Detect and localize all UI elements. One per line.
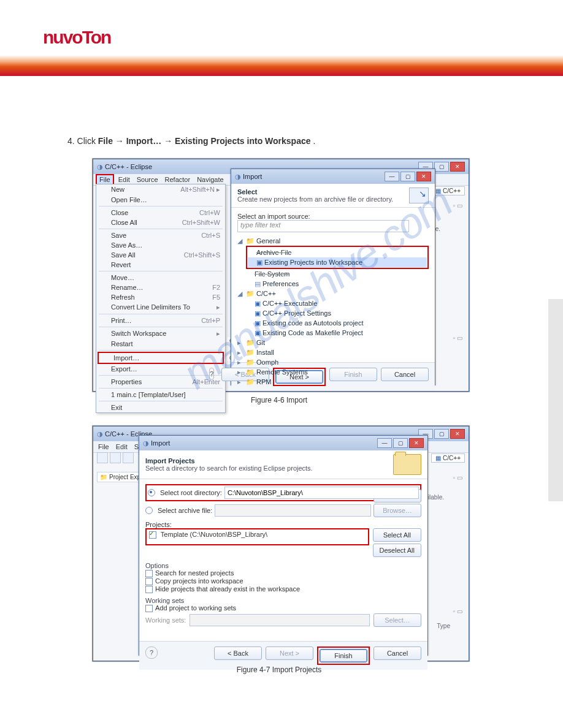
tree-item[interactable]: ▸📁 Remote Systems bbox=[237, 367, 429, 377]
saveall-icon[interactable] bbox=[123, 452, 134, 463]
tree-existing-projects[interactable]: Existing Projects into Workspace bbox=[264, 259, 362, 266]
tree-cpp[interactable]: C/C++ bbox=[256, 290, 276, 297]
maximize-button[interactable]: ▢ bbox=[393, 438, 408, 448]
tree-general[interactable]: General bbox=[256, 237, 280, 245]
file-menu-item[interactable]: Close AllCtrl+Shift+W bbox=[96, 218, 225, 227]
ws-add-checkbox[interactable] bbox=[145, 605, 153, 612]
menu-refactor[interactable]: Refactor bbox=[163, 175, 193, 184]
eclipse-icon: ◑ bbox=[97, 163, 103, 170]
new-icon[interactable] bbox=[97, 452, 108, 463]
import-source-tree[interactable]: ◢📁 General Archive File ▣ Existing Proje… bbox=[237, 236, 429, 387]
right-type: Type bbox=[437, 623, 450, 629]
file-menu-item[interactable]: Import… bbox=[99, 353, 223, 363]
tree-item[interactable]: ▣ C/C++ Project Settings bbox=[246, 308, 429, 318]
file-menu-item[interactable]: Open File… bbox=[96, 195, 225, 205]
tree-item[interactable]: ▣ C/C++ Executable bbox=[246, 298, 429, 308]
file-menu-item[interactable]: Switch Workspace▸ bbox=[96, 328, 225, 339]
file-menu-item[interactable]: Save AllCtrl+Shift+S bbox=[96, 250, 225, 260]
file-menu-item[interactable]: PropertiesAlt+Enter bbox=[96, 377, 225, 387]
perspective-icon: ▦ bbox=[435, 455, 441, 461]
project-item[interactable]: Template (C:\Nuvoton\BSP_Library\ bbox=[161, 531, 267, 538]
tree-item[interactable]: ▸📁 Git bbox=[237, 338, 429, 347]
opt3-checkbox[interactable] bbox=[145, 586, 153, 593]
perspective-switcher-2[interactable]: ▦ C/C++ bbox=[431, 453, 465, 463]
tree-item[interactable]: ▸📁 Install bbox=[237, 347, 429, 357]
close-button[interactable]: ✕ bbox=[450, 162, 465, 172]
view-icons-r[interactable]: ▫ ▭ bbox=[453, 474, 462, 481]
perspective-label: C/C++ bbox=[443, 188, 461, 194]
t: File bbox=[98, 136, 113, 146]
t: 4. Click bbox=[67, 136, 98, 146]
deselect-all-button[interactable]: Deselect All bbox=[373, 544, 421, 557]
expand-icon[interactable]: ◢ bbox=[237, 236, 242, 246]
file-menu-item[interactable]: Convert Line Delimiters To▸ bbox=[96, 302, 225, 313]
help-button[interactable]: ? bbox=[209, 368, 214, 380]
file-menu-item[interactable]: Export… bbox=[96, 364, 225, 374]
toolbar-icons[interactable] bbox=[97, 452, 134, 463]
file-menu-item[interactable]: Save As… bbox=[96, 240, 225, 250]
tree-preferences[interactable]: Preferences bbox=[262, 280, 299, 287]
view-min-icons[interactable]: ▫ ▭ bbox=[453, 202, 462, 209]
opt2-checkbox[interactable] bbox=[145, 578, 153, 585]
menu-navigate[interactable]: Navigate bbox=[194, 175, 226, 184]
perspective-label-2: C/C++ bbox=[443, 455, 461, 461]
close-button[interactable]: ✕ bbox=[409, 438, 424, 448]
perspective-switcher[interactable]: ▦ C/C++ bbox=[431, 186, 465, 195]
finish-button-2[interactable]: Finish bbox=[320, 649, 367, 662]
t: Existing Projects into Workspace bbox=[175, 136, 310, 146]
close-button[interactable]: ✕ bbox=[416, 172, 431, 181]
project-checkbox[interactable] bbox=[149, 531, 156, 539]
cancel-button-2[interactable]: Cancel bbox=[373, 646, 421, 660]
opt1-checkbox[interactable] bbox=[145, 570, 153, 577]
eclipse-window-2: ◑ C/C++ - Eclipse — ▢ ✕ File Edit Sourc … bbox=[93, 426, 469, 661]
maximize-button[interactable]: ▢ bbox=[400, 172, 415, 181]
filter-input[interactable]: type filter text bbox=[237, 220, 409, 232]
folder-icon: 📁 bbox=[100, 474, 107, 480]
file-menu-item[interactable]: Rename…F2 bbox=[96, 282, 225, 292]
help-button-2[interactable]: ? bbox=[145, 646, 158, 659]
file-menu-item[interactable]: RefreshF5 bbox=[96, 292, 225, 302]
menu-edit[interactable]: Edit bbox=[116, 175, 132, 184]
eclipse-icon: ◑ bbox=[235, 173, 241, 180]
tree-filesystem[interactable]: File System bbox=[255, 270, 289, 278]
expand-icon[interactable]: ◢ bbox=[237, 289, 242, 298]
wizard-subheading: Create new projects from an archive file… bbox=[237, 195, 393, 203]
file-menu-item[interactable]: Print…Ctrl+P bbox=[96, 316, 225, 325]
tree-item[interactable]: ▣ Existing code as Autotools project bbox=[246, 318, 429, 328]
ws-sets-label: Working sets bbox=[145, 597, 421, 604]
close-button[interactable]: ✕ bbox=[450, 429, 465, 439]
menu-source[interactable]: Source bbox=[134, 175, 161, 184]
archive-radio[interactable] bbox=[145, 507, 153, 514]
import2-titlebar: ◑ Import — ▢ ✕ bbox=[139, 436, 427, 450]
tree-item[interactable]: ▣ Existing Code as Makefile Project bbox=[246, 328, 429, 338]
minimize-button[interactable]: — bbox=[377, 438, 392, 448]
file-menu-item[interactable]: Revert bbox=[96, 260, 225, 270]
figure-caption-1: Figure 4-6 Import bbox=[92, 396, 466, 404]
ws-combo bbox=[190, 614, 370, 626]
file-menu-item[interactable]: CloseCtrl+W bbox=[96, 208, 225, 218]
maximize-button[interactable]: ▢ bbox=[434, 162, 449, 172]
file-menu-item[interactable]: Restart bbox=[96, 339, 225, 349]
root-dir-radio[interactable] bbox=[148, 489, 155, 496]
file-menu-item[interactable]: NewAlt+Shift+N ▸ bbox=[96, 184, 225, 195]
brand-logo: nuvoTon bbox=[43, 27, 110, 48]
header-band bbox=[0, 55, 563, 76]
archive-label: Select archive file: bbox=[158, 507, 212, 514]
menu-edit-2[interactable]: Edit bbox=[113, 442, 130, 451]
tree-archive[interactable]: Archive File bbox=[256, 249, 291, 256]
maximize-button[interactable]: ▢ bbox=[434, 429, 449, 439]
minimize-button[interactable]: — bbox=[385, 172, 399, 181]
menu-file-2[interactable]: File bbox=[96, 442, 112, 451]
file-menu-dropdown[interactable]: NewAlt+Shift+N ▸Open File…CloseCtrl+WClo… bbox=[96, 184, 226, 413]
back-button-2[interactable]: < Back bbox=[214, 646, 262, 660]
select-all-button[interactable]: Select All bbox=[373, 528, 421, 542]
file-menu-item[interactable]: Move… bbox=[96, 273, 225, 282]
root-dir-input[interactable] bbox=[224, 487, 419, 499]
save-icon[interactable] bbox=[110, 452, 121, 463]
view-icons-r2[interactable]: ▫ ▭ bbox=[453, 608, 462, 615]
view-min-icons2[interactable]: ▫ ▭ bbox=[453, 335, 462, 341]
tree-item[interactable]: ▸📁 RPM bbox=[237, 377, 429, 387]
ws-label: Working sets: bbox=[145, 616, 186, 624]
file-menu-item[interactable]: SaveCtrl+S bbox=[96, 230, 225, 240]
tree-item[interactable]: ▸📁 Oomph bbox=[237, 357, 429, 367]
